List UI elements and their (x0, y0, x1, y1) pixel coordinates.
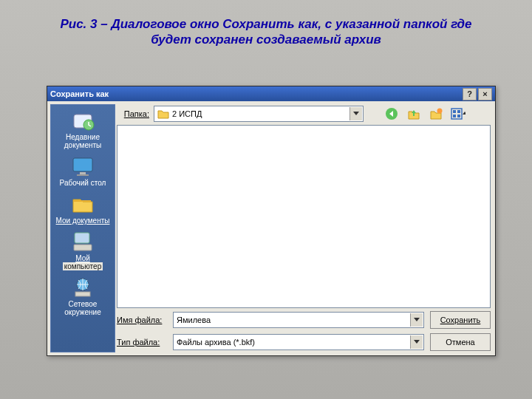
svg-rect-4 (77, 174, 89, 176)
file-list[interactable] (117, 125, 491, 308)
folder-value: 2 ИСПД (172, 109, 202, 118)
toolbar-icons (384, 106, 466, 121)
sidebar-item-network[interactable]: Сетевое окружение (51, 276, 115, 316)
places-sidebar: Недавние документы Рабочий стол Мои доку… (50, 104, 115, 352)
chevron-down-icon (410, 313, 423, 327)
filetype-label: Тип файла: (117, 338, 173, 347)
save-as-dialog: Сохранить как ? × Недавние документы Раб… (47, 86, 496, 356)
folder-open-icon (157, 109, 169, 119)
save-button[interactable]: Сохранить (430, 311, 491, 329)
svg-rect-13 (457, 110, 460, 113)
titlebar: Сохранить как ? × (47, 86, 495, 101)
desktop-icon (70, 155, 95, 177)
figure-caption: Рис. 3 – Диалоговое окно Сохранить как, … (0, 16, 532, 48)
chevron-down-icon (410, 335, 423, 349)
bottom-controls: Имя файла: Ямилева Сохранить Тип файла: … (117, 307, 491, 351)
views-icon[interactable] (451, 106, 466, 121)
mycomputer-icon (70, 231, 95, 253)
close-button[interactable]: × (478, 88, 492, 100)
mydocs-icon (70, 193, 95, 215)
sidebar-label-mydocs: Мои документы (51, 216, 115, 225)
sidebar-label-network: Сетевое окружение (51, 300, 115, 316)
sidebar-label-mycomputer: Мой компьютер (51, 254, 115, 270)
filename-value: Ямилева (177, 316, 211, 324)
folder-label: Папка: (115, 109, 154, 118)
cancel-button[interactable]: Отмена (430, 333, 491, 351)
window-title: Сохранить как (50, 89, 461, 98)
caption-line2: будет сохранен создаваемый архив (151, 33, 381, 47)
sidebar-item-mycomputer[interactable]: Мой компьютер (51, 231, 115, 270)
help-button[interactable]: ? (463, 88, 477, 100)
network-icon (70, 276, 95, 299)
folder-dropdown[interactable]: 2 ИСПД (154, 106, 364, 122)
sidebar-item-recent[interactable]: Недавние документы (51, 109, 115, 149)
svg-point-10 (437, 109, 443, 114)
new-folder-icon[interactable] (429, 106, 443, 121)
sidebar-label-recent: Недавние документы (51, 133, 115, 149)
filename-label: Имя файла: (117, 316, 173, 324)
svg-rect-3 (80, 172, 86, 174)
svg-rect-2 (73, 158, 92, 171)
up-icon[interactable] (406, 106, 421, 121)
recent-icon (70, 109, 95, 132)
sidebar-item-mydocs[interactable]: Мои документы (51, 193, 115, 225)
svg-rect-5 (75, 233, 89, 243)
svg-rect-12 (453, 110, 456, 113)
filetype-dropdown[interactable]: Файлы архива (*.bkf) (173, 334, 424, 350)
back-icon[interactable] (384, 106, 399, 121)
svg-rect-15 (457, 115, 460, 117)
svg-rect-8 (75, 292, 90, 296)
filetype-value: Файлы архива (*.bkf) (177, 338, 255, 347)
filename-field[interactable]: Ямилева (173, 312, 424, 328)
caption-line1: Рис. 3 – Диалоговое окно Сохранить как, … (60, 17, 471, 31)
sidebar-item-desktop[interactable]: Рабочий стол (51, 155, 115, 187)
sidebar-label-desktop: Рабочий стол (51, 179, 115, 187)
chevron-down-icon (349, 107, 362, 120)
svg-rect-6 (74, 245, 92, 250)
svg-rect-14 (453, 115, 456, 117)
